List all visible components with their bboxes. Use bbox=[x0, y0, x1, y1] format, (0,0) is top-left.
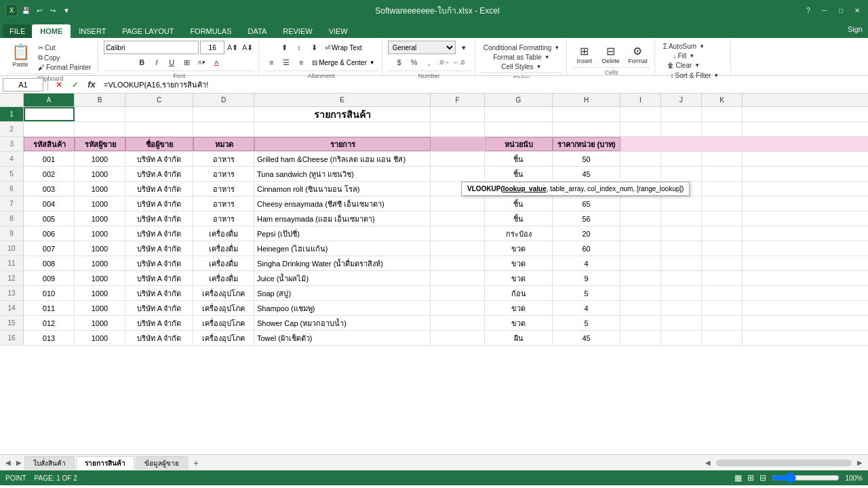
cell-J5[interactable] bbox=[661, 167, 702, 181]
cell-E3[interactable]: รายการ bbox=[254, 137, 431, 151]
cell-J8[interactable] bbox=[661, 211, 702, 226]
align-left-btn[interactable]: ≡ bbox=[264, 56, 278, 69]
cell-I3[interactable] bbox=[620, 137, 661, 151]
cell-I1[interactable] bbox=[620, 107, 661, 121]
cell-C12[interactable]: บริษัท A จำกัด bbox=[125, 271, 193, 285]
cell-B11[interactable]: 1000 bbox=[75, 256, 125, 270]
cell-K7[interactable] bbox=[702, 197, 743, 211]
cell-G13[interactable]: ก้อน bbox=[485, 286, 553, 300]
cell-E4[interactable]: Grilled ham &Cheese (กริลเลด แฮม แอน ชีส… bbox=[254, 152, 431, 166]
cell-K16[interactable] bbox=[702, 331, 743, 345]
cell-C8[interactable]: บริษัท A จำกัด bbox=[125, 211, 193, 226]
cell-A12[interactable]: 009 bbox=[24, 271, 75, 285]
cell-F8[interactable] bbox=[431, 211, 485, 226]
cell-B1[interactable] bbox=[75, 107, 125, 121]
cell-K3[interactable] bbox=[702, 137, 743, 151]
undo-btn[interactable]: ↩ bbox=[34, 5, 45, 16]
cell-E7[interactable]: Cheesy ensaymada (ชีสซี เอ็นเซมาดา) bbox=[254, 197, 431, 211]
cell-reference-box[interactable] bbox=[3, 78, 43, 92]
cell-J9[interactable] bbox=[661, 226, 702, 241]
cell-H12[interactable]: 9 bbox=[553, 271, 620, 285]
cell-C7[interactable]: บริษัท A จำกัด bbox=[125, 197, 193, 211]
delete-button[interactable]: ⊟ Delete bbox=[599, 43, 623, 66]
tab-view[interactable]: VIEW bbox=[321, 24, 356, 38]
cell-I7[interactable] bbox=[620, 197, 661, 211]
cell-G5[interactable]: ชิ้น bbox=[485, 167, 553, 181]
cell-H11[interactable]: 4 bbox=[553, 256, 620, 270]
cell-E10[interactable]: Heinegen (ไฮเนแก้น) bbox=[254, 241, 431, 256]
cell-B10[interactable]: 1000 bbox=[75, 241, 125, 256]
cell-B9[interactable]: 1000 bbox=[75, 226, 125, 241]
cell-J3[interactable] bbox=[661, 137, 702, 151]
cell-J13[interactable] bbox=[661, 286, 702, 300]
cut-button[interactable]: ✂ Cut bbox=[35, 43, 94, 52]
scroll-bar[interactable] bbox=[716, 460, 852, 466]
cell-B2[interactable] bbox=[75, 122, 125, 136]
cell-B13[interactable]: 1000 bbox=[75, 286, 125, 300]
cell-D14[interactable]: เครื่องอุปโภค bbox=[193, 301, 254, 315]
font-name-input[interactable] bbox=[104, 41, 199, 54]
number-format-select[interactable]: General Number Currency Percentage bbox=[388, 41, 456, 54]
fill-color-button[interactable]: A▾ bbox=[195, 56, 208, 69]
format-as-table-button[interactable]: Format as Table▼ bbox=[490, 53, 552, 62]
cell-H5[interactable]: 45 bbox=[553, 167, 620, 181]
cell-F10[interactable] bbox=[431, 241, 485, 256]
currency-btn[interactable]: $ bbox=[393, 56, 406, 69]
cell-D3[interactable]: หมวด bbox=[193, 137, 254, 151]
cell-C2[interactable] bbox=[125, 122, 193, 136]
align-center-btn[interactable]: ☰ bbox=[279, 56, 293, 69]
cell-A13[interactable]: 010 bbox=[24, 286, 75, 300]
cell-B8[interactable]: 1000 bbox=[75, 211, 125, 226]
cell-C13[interactable]: บริษัท A จำกัด bbox=[125, 286, 193, 300]
scroll-right-btn[interactable]: ▶ bbox=[854, 458, 865, 468]
cell-K15[interactable] bbox=[702, 316, 743, 330]
cell-H8[interactable]: 56 bbox=[553, 211, 620, 226]
cell-D6[interactable]: อาหาร bbox=[193, 182, 254, 196]
cell-J2[interactable] bbox=[661, 122, 702, 136]
cell-F14[interactable] bbox=[431, 301, 485, 315]
percent-btn[interactable]: % bbox=[408, 56, 421, 69]
cell-C11[interactable]: บริษัท A จำกัด bbox=[125, 256, 193, 270]
minimize-btn[interactable]: ─ bbox=[819, 5, 830, 16]
col-header-F[interactable]: F bbox=[431, 94, 485, 106]
cell-I8[interactable] bbox=[620, 211, 661, 226]
cell-K14[interactable] bbox=[702, 301, 743, 315]
cell-E16[interactable]: Towel (ผ้าเช็ดตัว) bbox=[254, 331, 431, 345]
save-btn[interactable]: 💾 bbox=[20, 5, 31, 16]
col-header-G[interactable]: G bbox=[485, 94, 553, 106]
cell-G1[interactable] bbox=[485, 107, 553, 121]
cell-F5[interactable] bbox=[431, 167, 485, 181]
cell-E2[interactable] bbox=[254, 122, 431, 136]
cell-D12[interactable]: เครื่องดื่ม bbox=[193, 271, 254, 285]
cell-J12[interactable] bbox=[661, 271, 702, 285]
tab-page-layout[interactable]: PAGE LAYOUT bbox=[114, 24, 182, 38]
cell-E8[interactable]: Ham ensaymada (แฮม เอ็นเซมาดา) bbox=[254, 211, 431, 226]
tab-review[interactable]: REVIEW bbox=[275, 24, 320, 38]
cell-F3[interactable] bbox=[431, 137, 485, 151]
cell-D16[interactable]: เครื่องอุปโภค bbox=[193, 331, 254, 345]
maximize-btn[interactable]: □ bbox=[835, 5, 846, 16]
cell-A8[interactable]: 005 bbox=[24, 211, 75, 226]
cell-K9[interactable] bbox=[702, 226, 743, 241]
increase-font-btn[interactable]: A⬆ bbox=[226, 41, 239, 54]
cell-C4[interactable]: บริษัท A จำกัด bbox=[125, 152, 193, 166]
cell-F1[interactable] bbox=[431, 107, 485, 121]
tab-data[interactable]: DATA bbox=[240, 24, 275, 38]
cell-J16[interactable] bbox=[661, 331, 702, 345]
cell-B7[interactable]: 1000 bbox=[75, 197, 125, 211]
cell-A16[interactable]: 013 bbox=[24, 331, 75, 345]
decrease-font-btn[interactable]: A⬇ bbox=[241, 41, 254, 54]
cell-K6[interactable] bbox=[702, 182, 743, 196]
cell-B5[interactable]: 1000 bbox=[75, 167, 125, 181]
cell-D4[interactable]: อาหาร bbox=[193, 152, 254, 166]
format-painter-button[interactable]: 🖌 Format Painter bbox=[35, 63, 94, 72]
cell-I2[interactable] bbox=[620, 122, 661, 136]
cell-E15[interactable]: Shower Cap (หมวกอาบน้ำ) bbox=[254, 316, 431, 330]
cell-F2[interactable] bbox=[431, 122, 485, 136]
cell-G3[interactable]: หน่วยนับ bbox=[485, 137, 553, 151]
cell-J7[interactable] bbox=[661, 197, 702, 211]
cell-B4[interactable]: 1000 bbox=[75, 152, 125, 166]
fx-button[interactable]: fx bbox=[85, 78, 98, 92]
autosum-button[interactable]: Σ AutoSum ▼ bbox=[660, 42, 707, 51]
cell-H9[interactable]: 20 bbox=[553, 226, 620, 241]
